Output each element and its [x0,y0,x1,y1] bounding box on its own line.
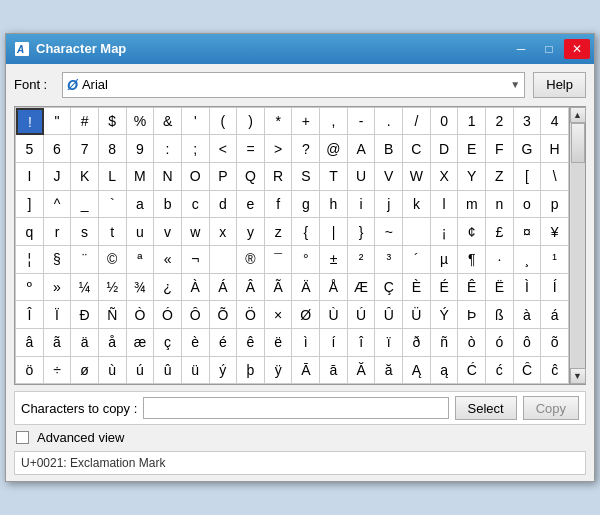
char-cell[interactable]: ¥ [541,218,569,246]
scroll-thumb[interactable] [571,123,585,163]
char-cell[interactable]: Ñ [99,301,127,329]
char-cell[interactable]: z [265,218,293,246]
char-cell[interactable]: º [16,274,44,302]
char-cell[interactable]: ¡ [431,218,459,246]
char-cell[interactable]: Í [541,274,569,302]
char-cell[interactable]: à [514,301,542,329]
char-cell[interactable]: j [375,191,403,219]
char-cell[interactable]: ä [71,329,99,357]
char-cell[interactable]: , [320,108,348,136]
char-cell[interactable]: ÿ [265,357,293,385]
char-cell[interactable]: ú [127,357,155,385]
scrollbar[interactable]: ▲ ▼ [569,107,585,385]
char-cell[interactable]: æ [127,329,155,357]
char-cell[interactable]: V [375,163,403,191]
char-cell[interactable]: y [237,218,265,246]
char-cell[interactable]: ö [16,357,44,385]
char-cell[interactable]: # [71,108,99,136]
char-cell[interactable]: ) [237,108,265,136]
char-cell[interactable]: b [154,191,182,219]
char-cell[interactable]: 2 [486,108,514,136]
char-cell[interactable]: Á [210,274,238,302]
char-cell[interactable]: ¢ [458,218,486,246]
char-cell[interactable]: L [99,163,127,191]
char-cell[interactable]: ; [182,135,210,163]
char-cell[interactable]: ? [292,135,320,163]
char-cell[interactable]: g [292,191,320,219]
char-cell[interactable]: À [182,274,210,302]
char-cell[interactable]: » [44,274,72,302]
char-cell[interactable]: I [16,163,44,191]
char-cell[interactable]: ì [292,329,320,357]
char-cell[interactable]: ý [210,357,238,385]
char-cell[interactable]: ¯ [265,246,293,274]
char-cell[interactable]: ^ [44,191,72,219]
char-cell[interactable]: Å [320,274,348,302]
char-cell[interactable]: ³ [375,246,403,274]
char-cell[interactable]: ć [486,357,514,385]
char-cell[interactable]: Ú [348,301,376,329]
char-cell[interactable]: a [127,191,155,219]
char-cell[interactable]: O [182,163,210,191]
char-cell[interactable]: Ë [486,274,514,302]
char-cell[interactable]: 1 [458,108,486,136]
char-cell[interactable]: | [320,218,348,246]
char-cell[interactable]: ÷ [44,357,72,385]
char-cell[interactable]: Ï [44,301,72,329]
char-cell[interactable]: Â [237,274,265,302]
scroll-track[interactable] [571,123,585,369]
char-cell[interactable]: 5 [16,135,44,163]
copy-button[interactable]: Copy [523,396,579,420]
char-cell[interactable]: t [99,218,127,246]
char-cell[interactable]: ¿ [154,274,182,302]
char-cell[interactable]: ± [320,246,348,274]
char-cell[interactable]: . [375,108,403,136]
char-cell[interactable]: Ã [265,274,293,302]
char-cell[interactable]: - [348,108,376,136]
char-cell[interactable]: ï [375,329,403,357]
char-cell[interactable]: H [541,135,569,163]
char-cell[interactable]: ´ [403,246,431,274]
char-cell[interactable]: ò [458,329,486,357]
char-cell[interactable]: ° [292,246,320,274]
characters-to-copy-input[interactable] [143,397,448,419]
char-cell[interactable]: C [403,135,431,163]
char-cell[interactable]: T [320,163,348,191]
char-cell[interactable]: 6 [44,135,72,163]
char-cell[interactable]: 4 [541,108,569,136]
char-cell[interactable]: £ [486,218,514,246]
char-cell[interactable]: ß [486,301,514,329]
char-cell[interactable]: w [182,218,210,246]
char-cell[interactable]: : [154,135,182,163]
char-cell[interactable]: E [458,135,486,163]
char-cell[interactable]: Ó [154,301,182,329]
char-cell[interactable]: ô [514,329,542,357]
char-cell[interactable]: Ą [403,357,431,385]
char-cell[interactable]: µ [431,246,459,274]
char-cell[interactable]: È [403,274,431,302]
char-cell[interactable]: ` [99,191,127,219]
char-cell[interactable]: Ü [403,301,431,329]
scroll-down-arrow[interactable]: ▼ [570,368,586,384]
char-cell[interactable]: N [154,163,182,191]
char-cell[interactable]: Y [458,163,486,191]
char-cell[interactable]: ĉ [541,357,569,385]
char-cell[interactable]: * [265,108,293,136]
char-cell[interactable]: x [210,218,238,246]
char-cell[interactable]: v [154,218,182,246]
char-cell[interactable]: Ì [514,274,542,302]
char-cell[interactable]: 9 [127,135,155,163]
char-cell[interactable]: è [182,329,210,357]
char-cell[interactable]: ë [265,329,293,357]
char-cell[interactable]: û [154,357,182,385]
char-cell[interactable]: í [320,329,348,357]
char-cell[interactable]: · [486,246,514,274]
char-cell[interactable]: ù [99,357,127,385]
char-cell[interactable]: « [154,246,182,274]
char-cell[interactable]: á [541,301,569,329]
char-cell[interactable]: ¬ [182,246,210,274]
help-button[interactable]: Help [533,72,586,98]
char-cell[interactable]: Ð [71,301,99,329]
char-cell[interactable]: Z [486,163,514,191]
scroll-up-arrow[interactable]: ▲ [570,107,586,123]
